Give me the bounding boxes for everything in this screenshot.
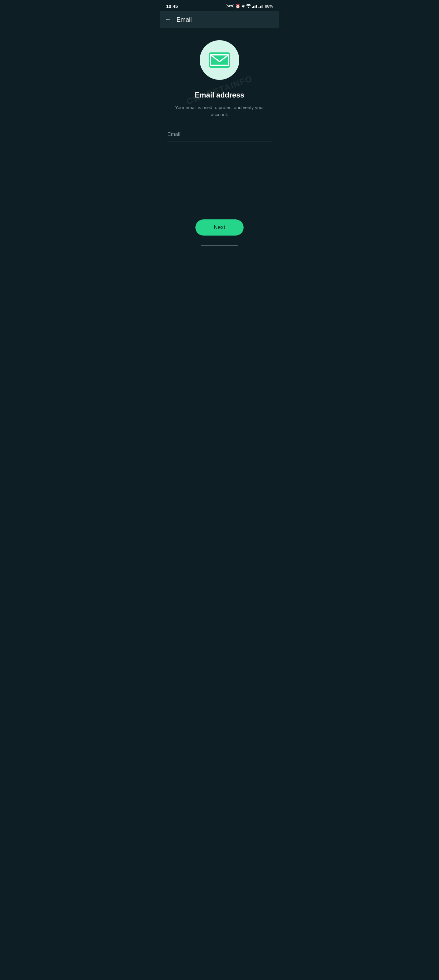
signal-bars [252, 4, 257, 8]
bluetooth-icon: ✱ [241, 4, 245, 8]
page-title: Email address [195, 91, 244, 99]
battery-level: 88% [265, 4, 273, 8]
status-time: 10:45 [166, 4, 178, 9]
wifi-icon [246, 4, 251, 8]
vpn-badge: VPN [226, 4, 234, 8]
status-bar: 10:45 VPN ⏰ ✱ 88% [160, 0, 279, 11]
email-icon-circle [200, 40, 239, 80]
envelope-icon [209, 52, 230, 68]
main-content: Email address Your email is used to prot… [160, 28, 279, 257]
email-input[interactable] [168, 130, 271, 138]
alarm-icon: ⏰ [235, 4, 240, 8]
signal-bars-2 [259, 4, 263, 8]
next-button[interactable]: Next [195, 220, 244, 235]
status-icons: VPN ⏰ ✱ 88% [226, 4, 273, 8]
top-bar: ← Email [160, 11, 279, 28]
home-indicator [201, 245, 238, 246]
back-button[interactable]: ← [165, 16, 172, 24]
email-input-container [168, 130, 271, 142]
page-subtitle: Your email is used to protect and verify… [171, 104, 268, 118]
top-bar-title: Email [177, 16, 192, 23]
